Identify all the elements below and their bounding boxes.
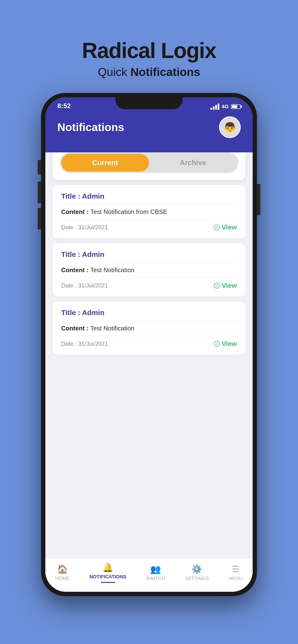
content-label: Content : bbox=[61, 208, 90, 216]
notif-title: Title : Admin bbox=[61, 192, 237, 204]
check-icon: ✓ bbox=[214, 341, 220, 347]
signal-label: 4G bbox=[222, 104, 229, 110]
status-time: 8:52 bbox=[57, 102, 71, 110]
notif-date: Date : 31/Jul/2021 bbox=[61, 224, 108, 231]
nav-notifications[interactable]: 🔔 NOTIFICATIONS bbox=[89, 562, 126, 583]
nav-home[interactable]: 🏠 HOME bbox=[55, 564, 70, 581]
notif-content: Content : Test Notification bbox=[61, 325, 237, 336]
volume-up-button bbox=[38, 182, 41, 203]
notif-content: Content : Test Notification from CBSE bbox=[61, 208, 237, 220]
avatar-emoji: 👦 bbox=[224, 122, 236, 133]
tab-current[interactable]: Current bbox=[61, 154, 149, 172]
status-icons: 4G bbox=[210, 104, 241, 110]
notif-date: Date : 31/Jul/2021 bbox=[61, 282, 108, 289]
content-value: Test Notification bbox=[90, 325, 134, 332]
home-icon: 🏠 bbox=[57, 564, 68, 574]
tab-toggle: Current Archive bbox=[60, 152, 238, 173]
notif-footer: Date : 31/Jul/2021 ✓ View bbox=[61, 224, 237, 231]
battery-icon bbox=[231, 104, 241, 109]
app-title: Radical Logix Quick Notifications bbox=[82, 19, 216, 78]
nav-switch[interactable]: 👥 SWITCH bbox=[146, 564, 165, 581]
phone-frame: 8:52 4G Notifications 👦 bbox=[41, 93, 257, 596]
notification-item: Title : Admin Content : Test Notificatio… bbox=[53, 243, 245, 296]
notif-title: Title : Admin bbox=[61, 250, 237, 262]
nav-menu[interactable]: ☰ MENU bbox=[229, 564, 243, 581]
view-button[interactable]: ✓ View bbox=[214, 282, 237, 290]
power-button bbox=[257, 184, 260, 215]
notif-date: Date : 31/Jul/2021 bbox=[61, 340, 108, 347]
nav-switch-label: SWITCH bbox=[146, 576, 165, 581]
subtitle-plain: Quick bbox=[98, 66, 130, 78]
nav-menu-label: MENU bbox=[229, 576, 243, 581]
phone-notch bbox=[115, 97, 183, 109]
app-header: Notifications 👦 bbox=[45, 112, 253, 152]
subtitle-bold: Notifications bbox=[130, 66, 200, 78]
content-value: Test Notification bbox=[90, 266, 134, 274]
nav-settings[interactable]: ⚙️ SETTINGS bbox=[185, 564, 209, 581]
view-button[interactable]: ✓ View bbox=[214, 224, 237, 231]
check-icon: ✓ bbox=[214, 283, 220, 288]
tab-archive[interactable]: Archive bbox=[149, 154, 237, 172]
notif-content: Content : Test Notification bbox=[61, 266, 237, 278]
page-title: Notifications bbox=[57, 121, 124, 134]
check-icon: ✓ bbox=[214, 224, 220, 230]
notif-footer: Date : 31/Jul/2021 ✓ View bbox=[61, 340, 237, 348]
toggle-card: Current Archive bbox=[53, 152, 245, 180]
view-label: View bbox=[222, 340, 237, 348]
nav-settings-label: SETTINGS bbox=[185, 576, 209, 581]
notification-item: Title : Admin Content : Test Notificatio… bbox=[53, 302, 245, 355]
content-label: Content : bbox=[61, 325, 90, 332]
app-subtitle: Quick Notifications bbox=[82, 66, 216, 78]
switch-icon: 👥 bbox=[150, 564, 161, 574]
content-label: Content : bbox=[61, 266, 90, 274]
notifications-list: Title : Admin Content : Test Notificatio… bbox=[45, 180, 253, 558]
view-label: View bbox=[222, 282, 237, 290]
nav-home-label: HOME bbox=[55, 576, 70, 581]
signal-icon bbox=[210, 104, 219, 110]
bell-icon: 🔔 bbox=[102, 562, 113, 572]
avatar[interactable]: 👦 bbox=[219, 116, 241, 138]
content-value: Test Notification from CBSE bbox=[90, 208, 167, 216]
volume-mute-button bbox=[38, 160, 41, 174]
view-label: View bbox=[222, 224, 237, 231]
notif-footer: Date : 31/Jul/2021 ✓ View bbox=[61, 282, 237, 290]
bottom-nav: 🏠 HOME 🔔 NOTIFICATIONS 👥 SWITCH ⚙️ SETTI… bbox=[45, 558, 253, 592]
phone-screen: 8:52 4G Notifications 👦 bbox=[45, 97, 253, 592]
nav-notifications-label: NOTIFICATIONS bbox=[89, 574, 126, 580]
volume-down-button bbox=[38, 208, 41, 230]
view-button[interactable]: ✓ View bbox=[214, 340, 237, 348]
hamburger-icon: ☰ bbox=[232, 564, 239, 574]
content-area: Current Archive Title : Admin Content : … bbox=[45, 152, 253, 592]
app-name: Radical Logix bbox=[82, 38, 216, 63]
gear-icon: ⚙️ bbox=[192, 564, 202, 574]
notification-item: Title : Admin Content : Test Notificatio… bbox=[53, 185, 245, 238]
notif-title: Title : Admin bbox=[61, 308, 237, 321]
active-indicator bbox=[101, 582, 115, 583]
